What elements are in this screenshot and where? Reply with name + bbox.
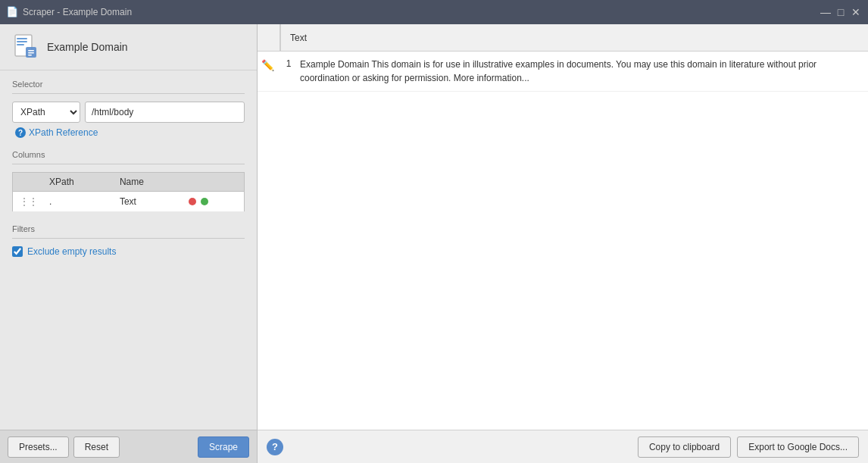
result-edit-icon: ✏️ bbox=[258, 58, 277, 71]
add-column-icon[interactable] bbox=[201, 198, 208, 205]
reset-button[interactable]: Reset bbox=[73, 436, 120, 458]
drag-cell: ⋮⋮ bbox=[13, 192, 44, 212]
col-xpath-header: XPath bbox=[43, 173, 114, 192]
svg-rect-6 bbox=[28, 52, 34, 54]
window-title: Scraper - Example Domain bbox=[23, 7, 820, 17]
actions-cell bbox=[183, 192, 244, 212]
col-drag-header bbox=[13, 173, 44, 192]
col-actions-header bbox=[183, 173, 244, 192]
results-num-col bbox=[258, 24, 280, 51]
copy-clipboard-button[interactable]: Copy to clipboard bbox=[638, 436, 731, 458]
results-content: ✏️ 1 Example Domain This domain is for u… bbox=[258, 52, 868, 430]
result-text: Example Domain This domain is for use in… bbox=[300, 58, 868, 85]
filters-label: Filters bbox=[12, 224, 245, 233]
minimize-button[interactable]: — bbox=[820, 6, 832, 18]
scrape-button[interactable]: Scrape bbox=[198, 436, 249, 458]
title-bar: 📄 Scraper - Example Domain — □ ✕ bbox=[0, 0, 868, 24]
left-bottom-bar: Presets... Reset Scrape bbox=[0, 430, 257, 463]
selector-row: XPath CSS bbox=[12, 102, 245, 123]
columns-divider bbox=[12, 164, 245, 164]
close-button[interactable]: ✕ bbox=[850, 6, 862, 18]
presets-button[interactable]: Presets... bbox=[8, 436, 69, 458]
window-controls: — □ ✕ bbox=[820, 6, 862, 18]
selector-input[interactable] bbox=[85, 102, 245, 123]
right-panel: Text ✏️ 1 Example Domain This domain is … bbox=[258, 24, 868, 463]
app-logo bbox=[12, 33, 39, 61]
remove-column-icon[interactable] bbox=[189, 198, 196, 205]
config-area: Selector XPath CSS ? XPath Reference bbox=[0, 70, 257, 430]
svg-rect-5 bbox=[28, 50, 34, 52]
filters-section: Filters Exclude empty results bbox=[12, 224, 245, 257]
results-header: Text bbox=[258, 24, 868, 52]
list-item: ✏️ 1 Example Domain This domain is for u… bbox=[258, 52, 868, 92]
table-row: ⋮⋮ . Text bbox=[13, 192, 245, 212]
exclude-empty-checkbox[interactable] bbox=[12, 246, 23, 257]
columns-header-row: XPath Name bbox=[13, 173, 245, 192]
result-number: 1 bbox=[277, 58, 300, 69]
name-cell: Text bbox=[114, 192, 183, 212]
exclude-empty-row: Exclude empty results bbox=[12, 246, 245, 257]
svg-rect-3 bbox=[17, 44, 24, 45]
app-icon: 📄 bbox=[6, 6, 18, 18]
svg-rect-1 bbox=[17, 38, 27, 39]
svg-rect-2 bbox=[17, 41, 27, 42]
maximize-button[interactable]: □ bbox=[835, 6, 847, 18]
drag-handle[interactable]: ⋮⋮ bbox=[19, 196, 37, 208]
selector-section: Selector XPath CSS ? XPath Reference bbox=[12, 80, 245, 138]
main-content: Example Domain Selector XPath CSS ? bbox=[0, 24, 868, 463]
results-bottom-bar: ? Copy to clipboard Export to Google Doc… bbox=[258, 430, 868, 463]
xpath-cell: . bbox=[43, 192, 114, 212]
svg-rect-7 bbox=[28, 55, 32, 56]
results-help-button[interactable]: ? bbox=[267, 439, 283, 455]
col-name-header: Name bbox=[114, 173, 183, 192]
filters-divider bbox=[12, 238, 245, 239]
results-action-buttons: Copy to clipboard Export to Google Docs.… bbox=[638, 436, 859, 458]
left-panel: Example Domain Selector XPath CSS ? bbox=[0, 24, 258, 463]
xpath-help-icon: ? bbox=[15, 127, 26, 138]
selector-label: Selector bbox=[12, 80, 245, 89]
app-header: Example Domain bbox=[0, 24, 257, 70]
results-col-text-header: Text bbox=[281, 33, 868, 43]
columns-label: Columns bbox=[12, 150, 245, 159]
selector-divider bbox=[12, 93, 245, 94]
xpath-reference-link[interactable]: XPath Reference bbox=[29, 127, 98, 138]
columns-section: Columns XPath Name ⋮⋮ . Text bbox=[12, 150, 245, 212]
app-title: Example Domain bbox=[47, 41, 128, 53]
selector-type-dropdown[interactable]: XPath CSS bbox=[12, 102, 80, 123]
columns-table: XPath Name ⋮⋮ . Text bbox=[12, 172, 245, 212]
exclude-empty-label[interactable]: Exclude empty results bbox=[27, 246, 116, 257]
export-google-docs-button[interactable]: Export to Google Docs... bbox=[737, 436, 859, 458]
